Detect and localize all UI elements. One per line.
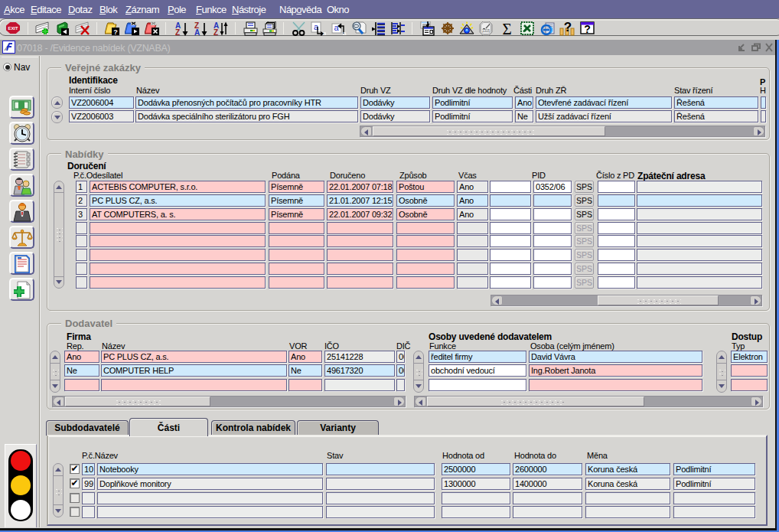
svg-text:1315: 1315 [482,29,491,33]
svg-text:EXIT: EXIT [8,26,18,31]
svg-text:Z: Z [175,28,180,36]
svg-text:?: ? [564,21,572,34]
svg-text:Z: Z [213,28,218,36]
svg-text:?: ? [113,28,118,36]
svg-text:a: a [334,23,339,32]
svg-text:?: ? [584,23,591,35]
svg-text:a: a [323,30,326,36]
svg-text:A: A [194,28,200,36]
svg-text:a: a [343,30,347,36]
svg-text:a: a [314,22,319,31]
svg-text:Σ: Σ [502,21,511,36]
